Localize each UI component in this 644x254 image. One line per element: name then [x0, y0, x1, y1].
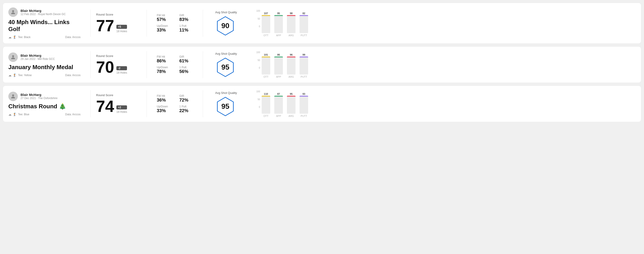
- hexagon-container-2: 95: [215, 96, 236, 117]
- data-source-1: Data: Arccos: [65, 74, 80, 77]
- fw-hit-label-2: FW Hit: [157, 94, 175, 98]
- tee-row-1: ☁ 🏌 Tee: Yellow Data: Arccos: [8, 73, 80, 77]
- hexagon-0: 90: [215, 16, 236, 36]
- score-row-1: 70 -2 18 Holes: [96, 59, 141, 75]
- svg-point-4: [12, 94, 14, 96]
- fw-hit-item-1: FW Hit 86%: [157, 55, 175, 64]
- divider-left-2: [90, 90, 91, 117]
- bar-line-1: [274, 15, 283, 16]
- score-holes-1: 18 Holes: [116, 71, 127, 74]
- y-100-2: 100: [256, 90, 260, 93]
- stats-section-1: FW Hit 86% GIR 61% Up/Down 78% 1 Putt 56…: [157, 55, 197, 74]
- y-50-0: 50: [256, 17, 260, 20]
- bar-bg-3: [300, 57, 308, 75]
- y-100-0: 100: [256, 10, 260, 12]
- bar-group-0: 110 OTT: [262, 93, 270, 117]
- bar-bg-2: [287, 96, 296, 114]
- gir-value-2: 72%: [179, 98, 197, 103]
- y-100-1: 100: [256, 51, 260, 54]
- score-number-0: 77: [96, 17, 114, 34]
- quality-section-1: Avg Shot Quality 95: [215, 52, 251, 77]
- user-info-1: Blair McHarg 29 Jan 2022 · Mill Ride GCC: [8, 52, 80, 62]
- score-section-1: Round Score 70 -2 18 Holes: [96, 54, 141, 75]
- bar-bg-1: [274, 15, 283, 33]
- score-detail-0: +5 18 Holes: [116, 25, 127, 33]
- chart-section-2: 100 50 0 110 OTT 87 APP 95: [256, 90, 636, 117]
- round-title-1: January Monthly Medal: [8, 64, 80, 71]
- data-source-2: Data: Arccos: [65, 113, 80, 116]
- user-info-0: Blair McHarg 12 Feb 2022 · Royal North D…: [8, 7, 80, 17]
- oneputt-item-1: 1 Putt 56%: [179, 66, 197, 74]
- bar-label-2: ARG: [288, 75, 294, 78]
- bar-line-1: [274, 57, 283, 57]
- avatar-0: [8, 7, 18, 17]
- bar-line-3: [300, 15, 308, 16]
- bar-bg-1: [274, 57, 283, 75]
- bar-group-0: 107 OTT: [262, 12, 270, 37]
- bar-label-2: ARG: [288, 34, 294, 37]
- bar-value-1: 86: [277, 53, 280, 56]
- fw-hit-item-2: FW Hit 36%: [157, 94, 175, 103]
- hexagon-container-1: 95: [215, 57, 236, 77]
- updown-label-1: Up/Down: [157, 66, 175, 69]
- round-card-1: Blair McHarg 29 Jan 2022 · Mill Ride GCC…: [3, 46, 641, 83]
- bar-line-0: [262, 57, 270, 57]
- data-source-0: Data: Arccos: [65, 36, 80, 39]
- score-number-1: 70: [96, 59, 114, 75]
- stats-section-2: FW Hit 36% GIR 72% Up/Down 33% 1 Putt 22…: [157, 94, 197, 113]
- bar-line-2: [287, 96, 296, 97]
- bar-group-3: 82 PUTT: [300, 12, 308, 37]
- bar-value-1: 95: [277, 12, 280, 15]
- oneputt-value-0: 11%: [179, 27, 197, 33]
- bar-line-3: [300, 57, 308, 57]
- tee-label-1: Tee: Yellow: [18, 74, 32, 77]
- bar-bg-2: [287, 15, 296, 33]
- user-name-0: Blair McHarg: [20, 9, 66, 13]
- score-detail-1: -2 18 Holes: [116, 66, 127, 74]
- bar-bg-3: [300, 15, 308, 33]
- oneputt-value-2: 22%: [179, 108, 197, 113]
- chart-section-1: 100 50 0 101 OTT 86 APP 96: [256, 51, 636, 78]
- stats-grid-0: FW Hit 57% GIR 83% Up/Down 33% 1 Putt 11…: [157, 14, 197, 33]
- user-info-2: Blair McHarg 27 Dec 2021 · The Oxfordshi…: [8, 92, 80, 101]
- quality-section-0: Avg Shot Quality 90: [215, 10, 251, 36]
- updown-value-2: 33%: [157, 108, 175, 113]
- divider-mid-0: [146, 10, 147, 37]
- bar-value-2: 95: [290, 93, 292, 95]
- score-number-2: 74: [96, 98, 114, 114]
- y-50-1: 50: [256, 59, 260, 61]
- user-name-1: Blair McHarg: [20, 54, 55, 57]
- divider-right-0: [203, 10, 203, 37]
- bar-group-3: 99 PUTT: [300, 53, 308, 78]
- score-holes-0: 18 Holes: [116, 30, 127, 33]
- stats-section-0: FW Hit 57% GIR 83% Up/Down 33% 1 Putt 11…: [157, 14, 197, 33]
- cloud-icon-1: ☁: [8, 73, 12, 77]
- stats-grid-2: FW Hit 36% GIR 72% Up/Down 33% 1 Putt 22…: [157, 94, 197, 113]
- bar-value-1: 87: [277, 93, 280, 95]
- bar-line-2: [287, 15, 296, 16]
- divider-mid-1: [146, 51, 147, 78]
- bar-value-2: 98: [290, 12, 292, 15]
- gir-item-2: GIR 72%: [179, 94, 197, 103]
- tee-row-2: ☁ 🏌 Tee: Blue Data: Arccos: [8, 113, 80, 116]
- tee-info-1: ☁ 🏌 Tee: Yellow: [8, 73, 32, 77]
- user-date-2: 27 Dec 2021 · The Oxfordshire: [20, 97, 58, 100]
- quality-label-0: Avg Shot Quality: [215, 10, 237, 14]
- bar-label-3: PUTT: [301, 34, 307, 37]
- tee-row-0: ☁ 🏌 Tee: Black Data: Arccos: [8, 35, 80, 39]
- oneputt-label-0: 1 Putt: [179, 24, 197, 27]
- bar-group-1: 86 APP: [274, 53, 283, 78]
- bar-value-0: 110: [264, 93, 268, 95]
- app-container: Blair McHarg 12 Feb 2022 · Royal North D…: [3, 3, 641, 122]
- bar-label-2: ARG: [288, 115, 294, 117]
- bag-icon-0: 🏌: [13, 35, 17, 39]
- divider-right-2: [203, 90, 203, 117]
- user-name-2: Blair McHarg: [20, 93, 58, 97]
- score-badge-0: +5: [116, 25, 127, 29]
- y-axis-0: 100 50 0: [256, 10, 261, 32]
- bar-label-1: APP: [276, 75, 281, 78]
- bar-line-0: [262, 15, 270, 16]
- oneputt-item-0: 1 Putt 11%: [179, 24, 197, 33]
- bar-bg-0: [262, 57, 270, 75]
- quality-label-1: Avg Shot Quality: [215, 52, 237, 55]
